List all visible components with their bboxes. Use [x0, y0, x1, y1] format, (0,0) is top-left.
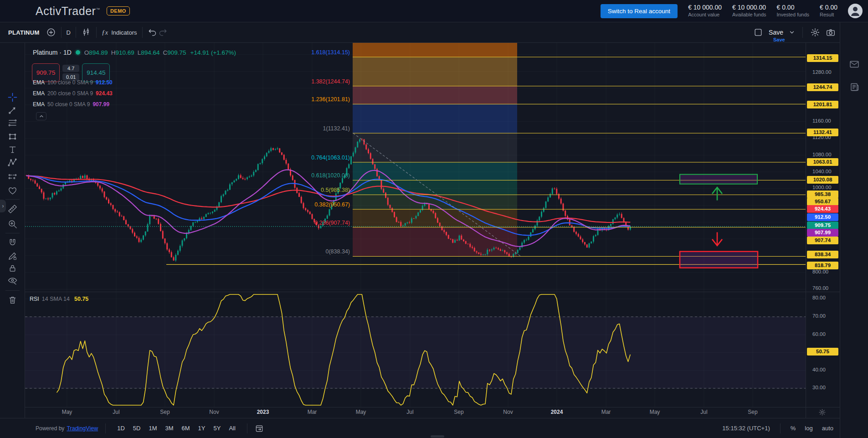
- lock-drawings-tool[interactable]: [7, 263, 18, 273]
- layout-icon[interactable]: [753, 27, 763, 37]
- price-badge: 912.50: [807, 213, 838, 221]
- save-button[interactable]: Save: [769, 29, 783, 36]
- app-logo: ActivTrader™: [36, 5, 100, 18]
- go-to-date-icon[interactable]: [255, 424, 264, 433]
- account-value: € 10 000.00: [688, 4, 722, 12]
- crosshair-tool[interactable]: [7, 92, 18, 103]
- range-6m-button[interactable]: 6M: [178, 423, 194, 433]
- ema-50-value: 907.99: [92, 101, 109, 108]
- symbol-button[interactable]: PLATINUM: [8, 29, 40, 36]
- undo-button[interactable]: [148, 27, 158, 37]
- chevron-down-icon[interactable]: [789, 29, 795, 36]
- rsi-legend[interactable]: RSI14 SMA 14 50.75: [30, 296, 88, 302]
- news-panel-button[interactable]: [849, 82, 860, 94]
- trading-platform: ActivTrader™ DEMO Switch to Real account…: [0, 0, 868, 438]
- prediction-tool[interactable]: [7, 171, 18, 182]
- ema-200-value: 924.43: [96, 90, 113, 97]
- time-tick: Jul: [700, 409, 707, 415]
- price-tick: 80.00: [812, 295, 826, 300]
- redo-icon: [158, 27, 168, 37]
- panel-resize-handle[interactable]: [431, 435, 444, 438]
- symbol-title[interactable]: Platinum · 1D: [33, 49, 72, 56]
- log-scale-button[interactable]: log: [805, 425, 812, 432]
- price-scale[interactable]: 1280.001160.001120.001080.001040.001000.…: [806, 43, 840, 418]
- header-right: Switch to Real account € 10 000.00 Accou…: [601, 4, 868, 18]
- zoom-in-tool[interactable]: [7, 219, 18, 229]
- time-axis[interactable]: MayJulSepNov2023MarMayJulSepNov2024MarMa…: [0, 407, 840, 418]
- time-tick: May: [650, 409, 660, 415]
- chart-legend: Platinum · 1D O894.89 H910.69 L894.64 C9…: [33, 49, 236, 56]
- user-avatar[interactable]: [848, 4, 863, 18]
- settings-gear-icon[interactable]: [810, 27, 820, 37]
- range-1d-button[interactable]: 1D: [113, 423, 129, 433]
- range-5d-button[interactable]: 5D: [129, 423, 145, 433]
- xabcd-pattern-tool[interactable]: [7, 157, 18, 168]
- ema-50-row[interactable]: EMA50 close 0 SMA 9 907.99: [33, 101, 109, 108]
- chart-toolbar: PLATINUM D ƒx Indicators Save: [0, 22, 840, 43]
- session-clock[interactable]: 15:15:32 (UTC+1): [722, 425, 770, 432]
- price-tick: 70.00: [812, 313, 826, 319]
- drawing-mode-lock-tool[interactable]: [7, 251, 18, 261]
- legend-collapse-button[interactable]: [36, 112, 46, 120]
- range-5y-button[interactable]: 5Y: [210, 423, 225, 433]
- switch-to-real-account-button[interactable]: Switch to Real account: [601, 4, 678, 18]
- ema-200-row[interactable]: EMA200 close 0 SMA 9 924.43: [33, 90, 113, 97]
- fib-retracement-tool[interactable]: [7, 118, 18, 128]
- available-funds-stat: € 10 000.00 Available funds: [732, 4, 766, 18]
- result-stat: € 0.00 Result: [820, 4, 837, 18]
- measure-ruler-tool[interactable]: [7, 204, 18, 214]
- price-badge: 818.79: [807, 262, 838, 269]
- percent-scale-button[interactable]: %: [791, 425, 796, 432]
- time-tick: Jul: [113, 409, 119, 415]
- remove-drawings-tool[interactable]: [7, 295, 18, 305]
- change-value: +14.91 (+1.67%): [190, 49, 236, 56]
- fib-level-label: 0.236(907.74): [314, 220, 350, 226]
- price-tick: 1160.00: [812, 118, 831, 124]
- price-badge: 1020.08: [807, 176, 838, 184]
- hide-drawings-tool[interactable]: [7, 275, 18, 286]
- range-3m-button[interactable]: 3M: [161, 423, 177, 433]
- price-badge: 907.99: [807, 229, 838, 237]
- rsi-value: 50.75: [74, 296, 88, 302]
- price-badge: 50.75: [807, 348, 838, 356]
- price-badge: 909.75: [807, 222, 838, 229]
- indicators-label: Indicators: [111, 29, 137, 36]
- camera-snapshot-icon[interactable]: [826, 27, 836, 37]
- redo-button[interactable]: [158, 27, 168, 37]
- price-badge: 1201.81: [807, 101, 838, 108]
- time-tick: Sep: [748, 409, 757, 415]
- trend-line-tool[interactable]: [7, 105, 18, 115]
- range-1y-button[interactable]: 1Y: [194, 423, 210, 433]
- mail-panel-button[interactable]: [849, 59, 860, 72]
- axis-settings-gear-icon[interactable]: [818, 408, 826, 418]
- market-open-dot: [76, 50, 80, 55]
- price-tick: 40.00: [812, 367, 826, 372]
- indicators-button[interactable]: ƒx Indicators: [102, 29, 137, 36]
- shapes-tool[interactable]: [7, 131, 18, 142]
- bottom-bar: Powered by TradingView 1D 5D 1M 3M 6M 1Y…: [0, 418, 840, 438]
- magnet-mode-tool[interactable]: [7, 237, 18, 248]
- ema-100-row[interactable]: EMA100 close 0 SMA 9 912.50: [33, 79, 113, 86]
- price-chart-canvas[interactable]: [0, 0, 868, 438]
- time-tick: Mar: [308, 409, 317, 415]
- toolbar-right: Save: [753, 27, 840, 38]
- compare-add-button[interactable]: [46, 27, 56, 37]
- chart-type-button[interactable]: [81, 27, 91, 37]
- account-value-label: Account value: [688, 12, 722, 18]
- time-tick: 2023: [257, 409, 269, 415]
- fib-level-label: 1(1132.41): [323, 125, 350, 132]
- rail-collapse-handle[interactable]: ›: [0, 200, 6, 212]
- range-all-button[interactable]: All: [225, 423, 239, 433]
- demo-badge: DEMO: [107, 6, 130, 15]
- emoji-tool[interactable]: [7, 186, 18, 196]
- person-icon: [848, 4, 863, 18]
- range-1m-button[interactable]: 1M: [144, 423, 161, 433]
- interval-button[interactable]: D: [67, 29, 71, 36]
- auto-scale-button[interactable]: auto: [822, 425, 833, 432]
- pane-separator[interactable]: [25, 292, 840, 292]
- candlestick-icon: [81, 27, 91, 37]
- text-tool[interactable]: [7, 144, 18, 155]
- fib-level-label: 1.382(1244.74): [311, 78, 350, 85]
- price-tick: 1280.00: [812, 69, 832, 75]
- tradingview-link[interactable]: TradingView: [67, 425, 98, 432]
